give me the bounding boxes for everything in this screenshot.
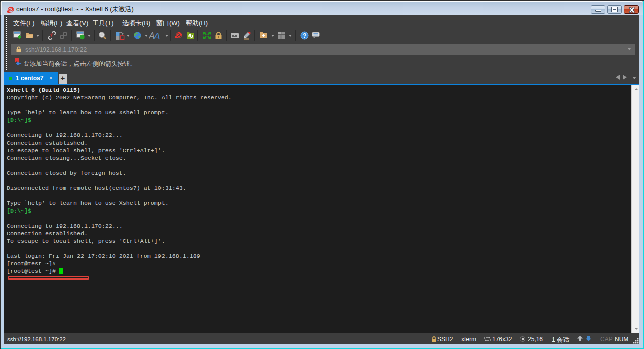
svg-text:?: ? [303,32,306,39]
svg-text:A: A [153,31,160,40]
